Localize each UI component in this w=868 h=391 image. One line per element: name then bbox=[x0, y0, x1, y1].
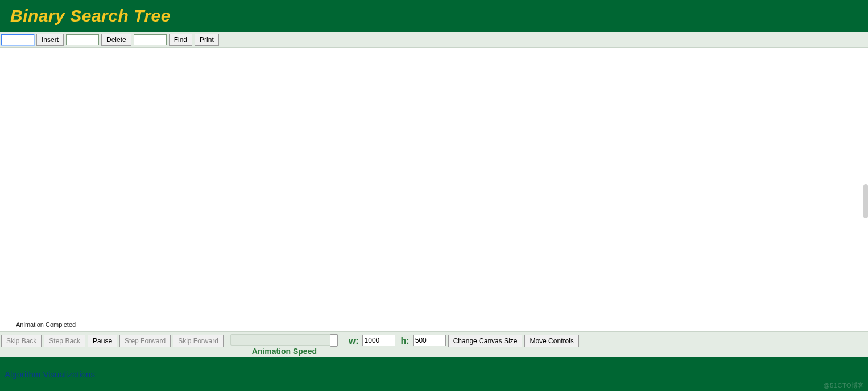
print-button[interactable]: Print bbox=[195, 34, 219, 46]
width-input[interactable] bbox=[362, 335, 395, 346]
speed-slider-thumb[interactable] bbox=[330, 334, 338, 347]
speed-slider-wrap: Animation Speed bbox=[230, 334, 338, 356]
operation-toolbar: Insert Delete Find Print bbox=[0, 32, 868, 48]
header: Binary Search Tree bbox=[0, 0, 868, 32]
algorithm-visualizations-link[interactable]: Algorithm Visualizations bbox=[5, 369, 95, 379]
animation-status: Animation Completed bbox=[16, 321, 76, 328]
delete-button[interactable]: Delete bbox=[101, 34, 131, 46]
height-label: h: bbox=[401, 336, 410, 356]
change-canvas-size-button[interactable]: Change Canvas Size bbox=[448, 335, 523, 347]
skip-back-button[interactable]: Skip Back bbox=[1, 335, 42, 347]
watermark: @51CTO博客 bbox=[824, 381, 865, 390]
step-back-button[interactable]: Step Back bbox=[44, 335, 85, 347]
page-title: Binary Search Tree bbox=[10, 6, 171, 26]
animation-controls: Skip Back Step Back Pause Step Forward S… bbox=[0, 331, 868, 357]
width-label: w: bbox=[349, 336, 359, 356]
page-scrollbar[interactable] bbox=[863, 184, 868, 218]
move-controls-button[interactable]: Move Controls bbox=[524, 335, 578, 347]
insert-button[interactable]: Insert bbox=[36, 34, 64, 46]
find-button[interactable]: Find bbox=[169, 34, 192, 46]
height-input[interactable] bbox=[413, 335, 446, 346]
delete-input[interactable] bbox=[66, 34, 99, 45]
find-input[interactable] bbox=[134, 34, 167, 45]
speed-slider-label: Animation Speed bbox=[252, 347, 317, 356]
footer: Algorithm Visualizations @51CTO博客 bbox=[0, 357, 868, 391]
canvas-area: Animation Completed bbox=[0, 48, 868, 331]
skip-forward-button[interactable]: Skip Forward bbox=[173, 335, 224, 347]
speed-slider[interactable] bbox=[230, 334, 338, 346]
insert-input[interactable] bbox=[1, 34, 34, 45]
step-forward-button[interactable]: Step Forward bbox=[119, 335, 171, 347]
pause-button[interactable]: Pause bbox=[88, 335, 117, 347]
